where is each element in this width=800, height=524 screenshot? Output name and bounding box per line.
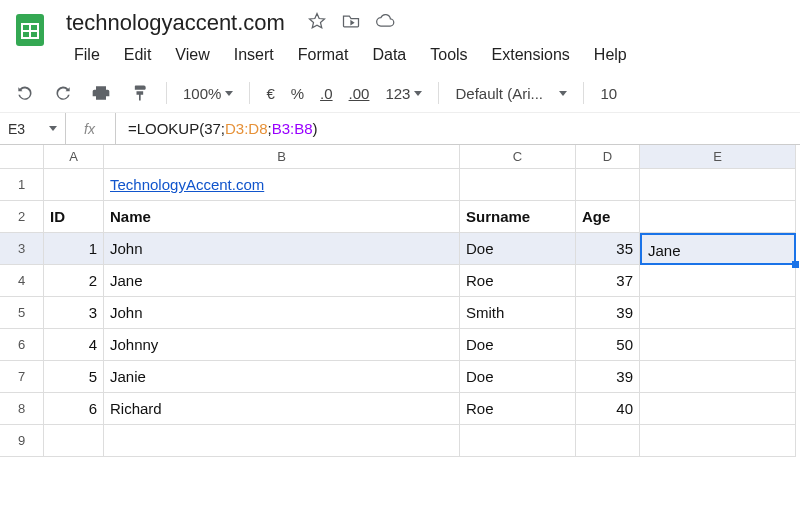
column-header-B[interactable]: B [104, 145, 460, 169]
fx-icon: fx [66, 113, 116, 144]
cell-B1[interactable]: TechnologyAccent.com [104, 169, 460, 201]
zoom-selector[interactable]: 100% [183, 85, 233, 102]
cell-C8[interactable]: Roe [460, 393, 576, 425]
cell-E4[interactable] [640, 265, 796, 297]
paint-format-icon[interactable] [128, 82, 150, 104]
menu-file[interactable]: File [62, 42, 112, 68]
cell-E2[interactable] [640, 201, 796, 233]
select-all-corner[interactable] [0, 145, 44, 169]
column-header-E[interactable]: E [640, 145, 796, 169]
formula-input[interactable]: =LOOKUP(37;D3:D8; B3:B8) [116, 113, 800, 144]
cell-C3[interactable]: Doe [460, 233, 576, 265]
move-icon[interactable] [341, 11, 361, 35]
cell-C1[interactable] [460, 169, 576, 201]
row-header[interactable]: 7 [0, 361, 44, 393]
row-header[interactable]: 1 [0, 169, 44, 201]
cell-A2[interactable]: ID [44, 201, 104, 233]
cell-B3[interactable]: John [104, 233, 460, 265]
menu-extensions[interactable]: Extensions [480, 42, 582, 68]
column-header-A[interactable]: A [44, 145, 104, 169]
header: technologyaccent.com File Edit View Inse… [0, 0, 800, 68]
decrease-decimal-button[interactable]: .0 [320, 85, 333, 102]
cell-E3[interactable]: Jane [640, 233, 796, 265]
cell-E5[interactable] [640, 297, 796, 329]
cell-A8[interactable]: 6 [44, 393, 104, 425]
cell-B7[interactable]: Janie [104, 361, 460, 393]
cell-D1[interactable] [576, 169, 640, 201]
cell-B6[interactable]: Johnny [104, 329, 460, 361]
selection-handle[interactable] [792, 261, 799, 268]
cell-E9[interactable] [640, 425, 796, 457]
menu-format[interactable]: Format [286, 42, 361, 68]
font-size-value[interactable]: 10 [600, 85, 617, 102]
cell-D5[interactable]: 39 [576, 297, 640, 329]
cell-E1[interactable] [640, 169, 796, 201]
row-header[interactable]: 5 [0, 297, 44, 329]
column-header-C[interactable]: C [460, 145, 576, 169]
sheets-logo-icon [12, 8, 52, 60]
cloud-status-icon[interactable] [375, 11, 395, 35]
document-title[interactable]: technologyaccent.com [62, 8, 289, 38]
row-header[interactable]: 4 [0, 265, 44, 297]
cell-D2[interactable]: Age [576, 201, 640, 233]
cell-C4[interactable]: Roe [460, 265, 576, 297]
cell-C9[interactable] [460, 425, 576, 457]
cell-D7[interactable]: 39 [576, 361, 640, 393]
format-currency-button[interactable]: € [266, 85, 274, 102]
increase-decimal-button[interactable]: .00 [349, 85, 370, 102]
cell-B4[interactable]: Jane [104, 265, 460, 297]
spreadsheet-grid[interactable]: A B C D E 1 TechnologyAccent.com 2 ID Na… [0, 145, 800, 457]
menu-tools[interactable]: Tools [418, 42, 479, 68]
title-row: technologyaccent.com [62, 8, 788, 38]
undo-icon[interactable] [14, 82, 36, 104]
cell-C5[interactable]: Smith [460, 297, 576, 329]
row-header[interactable]: 3 [0, 233, 44, 265]
cell-A4[interactable]: 2 [44, 265, 104, 297]
column-header-D[interactable]: D [576, 145, 640, 169]
star-icon[interactable] [307, 11, 327, 35]
menu-edit[interactable]: Edit [112, 42, 164, 68]
menubar: File Edit View Insert Format Data Tools … [62, 42, 788, 68]
font-selector[interactable]: Default (Ari... [455, 85, 567, 102]
menu-insert[interactable]: Insert [222, 42, 286, 68]
toolbar-divider [583, 82, 584, 104]
cell-E7[interactable] [640, 361, 796, 393]
row-header[interactable]: 2 [0, 201, 44, 233]
cell-B5[interactable]: John [104, 297, 460, 329]
cell-A1[interactable] [44, 169, 104, 201]
toolbar: 100% € % .0 .00 123 Default (Ari... 10 [0, 74, 800, 113]
row-header[interactable]: 9 [0, 425, 44, 457]
redo-icon[interactable] [52, 82, 74, 104]
row-header[interactable]: 6 [0, 329, 44, 361]
print-icon[interactable] [90, 82, 112, 104]
cell-A9[interactable] [44, 425, 104, 457]
cell-D4[interactable]: 37 [576, 265, 640, 297]
cell-C6[interactable]: Doe [460, 329, 576, 361]
toolbar-divider [438, 82, 439, 104]
cell-B9[interactable] [104, 425, 460, 457]
number-format-selector[interactable]: 123 [385, 85, 422, 102]
cell-A3[interactable]: 1 [44, 233, 104, 265]
cell-D8[interactable]: 40 [576, 393, 640, 425]
menu-data[interactable]: Data [360, 42, 418, 68]
cell-D3[interactable]: 35 [576, 233, 640, 265]
cell-B2[interactable]: Name [104, 201, 460, 233]
toolbar-divider [166, 82, 167, 104]
cell-A7[interactable]: 5 [44, 361, 104, 393]
cell-C7[interactable]: Doe [460, 361, 576, 393]
cell-A6[interactable]: 4 [44, 329, 104, 361]
cell-A5[interactable]: 3 [44, 297, 104, 329]
cell-D9[interactable] [576, 425, 640, 457]
formula-bar: E3 fx =LOOKUP(37;D3:D8; B3:B8) [0, 113, 800, 145]
cell-reference-box[interactable]: E3 [0, 113, 66, 144]
cell-E6[interactable] [640, 329, 796, 361]
toolbar-divider [249, 82, 250, 104]
row-header[interactable]: 8 [0, 393, 44, 425]
menu-view[interactable]: View [163, 42, 221, 68]
cell-D6[interactable]: 50 [576, 329, 640, 361]
cell-C2[interactable]: Surname [460, 201, 576, 233]
cell-B8[interactable]: Richard [104, 393, 460, 425]
menu-help[interactable]: Help [582, 42, 639, 68]
cell-E8[interactable] [640, 393, 796, 425]
format-percent-button[interactable]: % [291, 85, 304, 102]
